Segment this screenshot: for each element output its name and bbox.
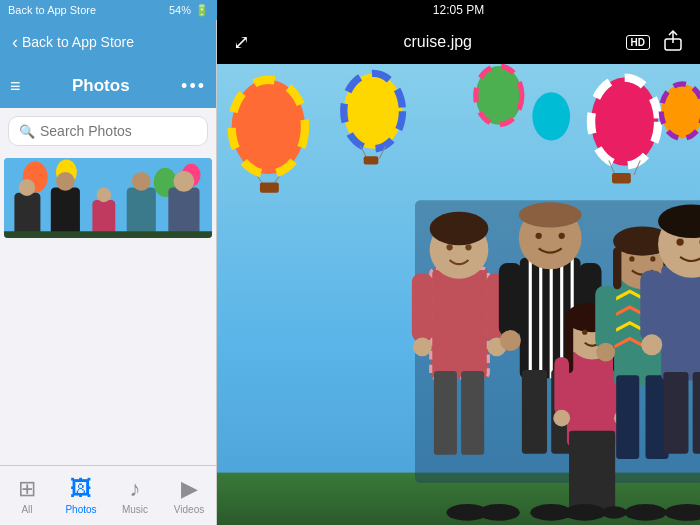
header-title: Photos: [72, 76, 130, 96]
svg-rect-43: [461, 371, 484, 455]
search-bar[interactable]: 🔍: [8, 116, 208, 146]
photo-display[interactable]: [217, 64, 700, 525]
svg-point-66: [500, 330, 521, 351]
svg-rect-81: [616, 375, 639, 459]
svg-rect-64: [499, 263, 522, 336]
battery-percentage: 54%: [169, 4, 191, 16]
photos-icon: 🖼: [70, 476, 92, 502]
tab-photos[interactable]: 🖼 Photos: [54, 470, 108, 521]
svg-rect-40: [431, 268, 489, 378]
svg-point-8: [56, 172, 75, 191]
svg-point-14: [174, 171, 195, 192]
tab-music[interactable]: ♪ Music: [108, 470, 162, 521]
tab-videos[interactable]: ▶ Videos: [162, 470, 216, 521]
svg-rect-5: [14, 193, 40, 238]
svg-rect-94: [663, 372, 688, 454]
svg-rect-100: [640, 270, 663, 341]
svg-rect-35: [612, 173, 631, 183]
filename: cruise.jpg: [404, 33, 472, 51]
search-input[interactable]: [40, 123, 197, 139]
svg-rect-48: [412, 274, 433, 342]
svg-rect-15: [4, 231, 212, 238]
svg-point-78: [553, 410, 570, 427]
back-bar[interactable]: ‹ Back to App Store: [0, 20, 216, 64]
svg-rect-58: [522, 370, 547, 454]
bottom-tab-bar: ⊞ All 🖼 Photos ♪ Music ▶ Videos: [0, 465, 216, 525]
svg-rect-85: [613, 247, 621, 289]
search-icon: 🔍: [19, 124, 35, 139]
svg-rect-28: [364, 156, 379, 164]
share-icon[interactable]: [662, 29, 684, 56]
photo-viewer: 12:05 PM ⤢ cruise.jpg HD: [217, 0, 700, 525]
tab-all[interactable]: ⊞ All: [0, 470, 54, 521]
svg-point-50: [413, 337, 432, 356]
menu-icon[interactable]: ≡: [10, 76, 21, 97]
battery-icon: 🔋: [195, 4, 209, 17]
svg-point-98: [676, 238, 683, 245]
svg-point-63: [559, 233, 565, 239]
svg-point-107: [564, 504, 606, 521]
videos-icon: ▶: [181, 476, 198, 502]
all-icon: ⊞: [18, 476, 36, 502]
back-label: Back to App Store: [22, 34, 134, 50]
svg-rect-95: [693, 372, 700, 454]
family-photo-image: [217, 64, 700, 525]
music-icon: ♪: [130, 476, 141, 502]
viewer-status-bar: 12:05 PM: [217, 0, 700, 20]
photo-grid[interactable]: [0, 154, 216, 465]
svg-point-87: [629, 256, 634, 261]
back-arrow-icon: ‹: [12, 32, 18, 53]
svg-point-47: [465, 244, 471, 250]
viewer-time: 12:05 PM: [433, 3, 484, 17]
svg-point-62: [536, 233, 542, 239]
status-bar: Back to App Store 54% 🔋: [0, 0, 217, 20]
battery-info: 54% 🔋: [169, 4, 209, 17]
svg-point-46: [446, 244, 452, 250]
svg-rect-22: [260, 182, 279, 192]
svg-point-109: [625, 504, 667, 521]
svg-point-38: [532, 92, 570, 140]
svg-point-10: [97, 188, 112, 203]
svg-rect-13: [168, 188, 199, 238]
svg-point-108: [602, 506, 627, 519]
tab-all-label: All: [21, 504, 32, 515]
svg-point-105: [478, 504, 520, 521]
svg-point-61: [519, 202, 582, 227]
svg-rect-7: [51, 188, 80, 238]
photo-thumbnail[interactable]: [4, 158, 212, 238]
svg-point-6: [19, 179, 36, 196]
tab-photos-label: Photos: [65, 504, 96, 515]
back-to-appstore[interactable]: Back to App Store: [8, 4, 96, 16]
svg-point-91: [596, 343, 615, 362]
svg-rect-89: [595, 286, 616, 349]
svg-point-102: [641, 334, 662, 355]
svg-point-12: [132, 172, 151, 191]
svg-point-88: [650, 256, 655, 261]
svg-point-45: [430, 212, 489, 246]
svg-rect-42: [434, 371, 457, 455]
hd-badge: HD: [626, 35, 650, 50]
more-icon[interactable]: •••: [181, 76, 206, 97]
tab-videos-label: Videos: [174, 504, 204, 515]
tab-music-label: Music: [122, 504, 148, 515]
status-bar-left: Back to App Store: [8, 4, 96, 16]
expand-icon[interactable]: ⤢: [233, 30, 250, 54]
viewer-controls: HD: [626, 29, 684, 56]
svg-rect-11: [127, 188, 156, 238]
svg-rect-76: [554, 357, 569, 415]
left-panel: Back to App Store 54% 🔋 ‹ Back to App St…: [0, 0, 217, 525]
photos-header: ≡ Photos •••: [0, 64, 216, 108]
svg-rect-69: [569, 431, 615, 515]
svg-point-74: [582, 330, 587, 335]
svg-rect-93: [661, 265, 700, 380]
